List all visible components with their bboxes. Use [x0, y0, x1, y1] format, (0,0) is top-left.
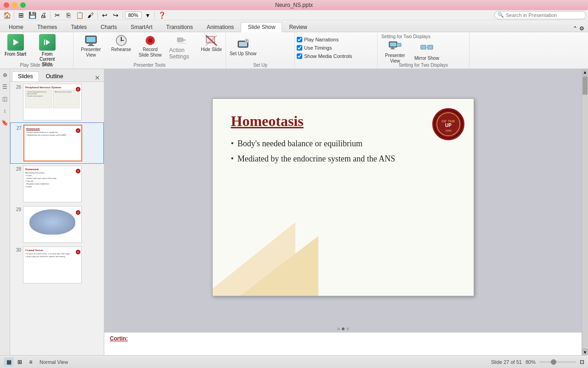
- rehearse-icon: [115, 34, 128, 47]
- presenter-view-button[interactable]: Presenter View: [75, 33, 107, 59]
- help-btn[interactable]: ❓: [157, 11, 167, 20]
- scroll-down-arrow[interactable]: ▼: [582, 349, 588, 355]
- show-media-controls-input[interactable]: [297, 53, 302, 59]
- slide-main: OF THE UP 1908 Homeotasis • Body's neede…: [104, 69, 582, 355]
- play-narrations-checkbox[interactable]: Play Narrations: [297, 37, 339, 42]
- zoom-dropdown[interactable]: ▾: [142, 11, 153, 20]
- nav-icon-5[interactable]: 🔖: [1, 119, 9, 127]
- zoom-slider[interactable]: [539, 361, 576, 363]
- action-settings-button[interactable]: Action Settings: [167, 33, 196, 61]
- slide-item-27[interactable]: 27 🔴 Homeotasis • Body's needed balance …: [10, 122, 104, 164]
- search-input[interactable]: [494, 11, 586, 19]
- home-toolbar-btn[interactable]: 🏠: [2, 11, 12, 20]
- show-media-controls-checkbox[interactable]: Show Media Controls: [297, 53, 352, 59]
- svg-point-10: [120, 40, 122, 41]
- scroll-dot-3: [346, 328, 349, 330]
- close-button[interactable]: [4, 2, 9, 8]
- maximize-button[interactable]: [20, 2, 26, 8]
- two-displays-presenter-button[interactable]: Presenter View: [379, 39, 411, 65]
- setup-show-button[interactable]: Set Up Show: [228, 37, 258, 58]
- play-narrations-input[interactable]: [297, 37, 302, 42]
- panel-tab-slides[interactable]: Slides: [12, 71, 39, 81]
- tab-tables[interactable]: Tables: [64, 22, 94, 32]
- use-timings-input[interactable]: [297, 45, 302, 51]
- play-narrations-label: Play Narrations: [304, 37, 339, 42]
- hide-slide-label: Hide Slide: [201, 47, 222, 52]
- settings-icon[interactable]: ⚙: [579, 25, 584, 32]
- slide-sorter-button[interactable]: ⊞: [15, 357, 25, 367]
- minimize-button[interactable]: [12, 2, 17, 8]
- slide-item-30[interactable]: 30 🔴 Cranial Nerves • 12 pairs of crania…: [10, 245, 104, 285]
- slide-item-26[interactable]: 26 🔴 Peripheral Nervous System • Central…: [10, 82, 104, 122]
- nav-icon-2[interactable]: ☰: [1, 83, 9, 91]
- slide-badge-29: 🔴: [76, 210, 80, 215]
- copy-btn[interactable]: ⎘: [63, 11, 74, 20]
- paste-btn[interactable]: 📋: [74, 11, 85, 20]
- tab-transitions[interactable]: Transitions: [159, 22, 200, 32]
- window-title: Neuro_NS.pptx: [275, 2, 313, 8]
- zoom-level: 80%: [526, 359, 536, 365]
- slide-scroll-dots: [104, 326, 582, 332]
- zoom-input[interactable]: 80%: [125, 12, 141, 19]
- use-timings-label: Use Timings: [304, 45, 332, 51]
- fit-slide-button[interactable]: ⊡: [580, 359, 584, 365]
- status-right: Slide 27 of 51 80% ⊡: [491, 359, 584, 365]
- undo-btn[interactable]: ↩: [100, 11, 110, 20]
- slide-number-28: 28: [13, 167, 21, 172]
- slide-number-30: 30: [13, 247, 21, 253]
- print-btn[interactable]: 🖨: [38, 11, 48, 20]
- right-scrollbar[interactable]: ▲ ▼: [582, 69, 588, 355]
- left-icon-strip: ⊕ ☰ ◫ ↕ 🔖: [0, 69, 10, 355]
- slide-item-29[interactable]: 29 🔴: [10, 204, 104, 245]
- format-btn[interactable]: 🖌: [85, 11, 96, 20]
- tab-slideshow[interactable]: Slide Show: [241, 22, 282, 32]
- cut-btn[interactable]: ✂: [52, 11, 62, 20]
- scroll-dot-2: [342, 328, 345, 330]
- slide-info: Slide 27 of 51: [491, 359, 522, 365]
- play-icon: [12, 39, 19, 46]
- show-media-controls-label: Show Media Controls: [304, 53, 352, 59]
- grid-btn[interactable]: ⊞: [16, 11, 26, 20]
- sep1: [14, 12, 14, 19]
- close-panel-button[interactable]: ✕: [93, 74, 102, 81]
- scroll-up-arrow[interactable]: ▲: [582, 69, 588, 75]
- svg-text:1908: 1908: [445, 129, 452, 132]
- scroll-thumb[interactable]: [582, 76, 588, 95]
- record-button[interactable]: Record Slide Show: [136, 33, 164, 59]
- tab-charts[interactable]: Charts: [94, 22, 124, 32]
- hide-slide-icon: [205, 34, 218, 47]
- nav-icon-4[interactable]: ↕: [1, 107, 9, 115]
- sep3: [97, 12, 98, 19]
- sep4: [123, 12, 123, 19]
- ribbon-collapse-icons: ⌃ ⚙: [573, 25, 588, 32]
- tab-review[interactable]: Review: [282, 22, 314, 32]
- tab-smartart[interactable]: SmartArt: [124, 22, 159, 32]
- nav-icon-3[interactable]: ◫: [1, 95, 9, 103]
- hide-slide-button[interactable]: Hide Slide: [199, 33, 224, 53]
- slide-item-28[interactable]: 28 🔴 Homeotasis Maintaining homeotasis •…: [10, 164, 104, 204]
- outline-view-button[interactable]: ≡: [26, 357, 36, 367]
- tab-themes[interactable]: Themes: [30, 22, 64, 32]
- save-btn[interactable]: 💾: [27, 11, 37, 20]
- tab-animations[interactable]: Animations: [200, 22, 241, 32]
- ribbon-section-two-displays: Setting for Two Displays Setting for Two…: [378, 32, 469, 69]
- rehearse-button[interactable]: Rehearse: [109, 33, 133, 53]
- collapse-icon[interactable]: ⌃: [573, 25, 577, 32]
- triangle-decoration-2: [240, 236, 318, 296]
- redo-btn[interactable]: ↪: [111, 11, 121, 20]
- use-timings-checkbox[interactable]: Use Timings: [297, 45, 332, 51]
- view-label: Normal View: [40, 359, 68, 365]
- nav-icon-1[interactable]: ⊕: [1, 71, 9, 79]
- view-icons: ▦ ⊞ ≡: [4, 357, 36, 367]
- panel-tab-outline[interactable]: Outline: [40, 71, 69, 81]
- notes-area[interactable]: Cortin:: [104, 332, 582, 355]
- mirror-show-button[interactable]: Mirror Show: [413, 42, 441, 62]
- rehearse-label: Rehearse: [111, 47, 131, 52]
- normal-view-button[interactable]: ▦: [4, 357, 14, 367]
- tab-home[interactable]: Home: [2, 22, 30, 32]
- slide-title: Homeotasis: [231, 113, 455, 130]
- search-box: 🔍: [494, 11, 586, 19]
- window-controls[interactable]: [4, 2, 26, 8]
- slide-canvas[interactable]: OF THE UP 1908 Homeotasis • Body's neede…: [212, 98, 474, 296]
- presenter-view-label: Presenter View: [77, 47, 105, 58]
